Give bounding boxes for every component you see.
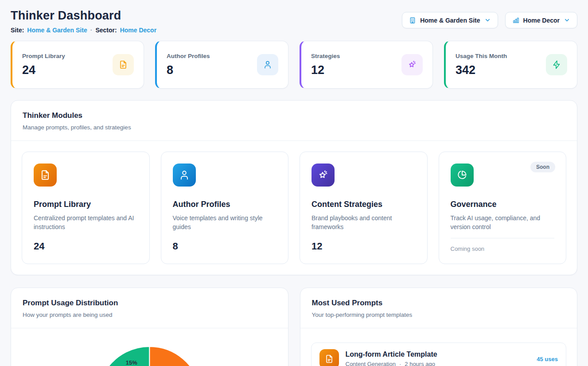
stat-value: 8: [167, 63, 210, 77]
stats-row: Prompt Library 24 Author Profiles 8 Stra…: [11, 41, 577, 89]
stat-card-strategies: Strategies 12: [300, 41, 433, 89]
prompt-title: Long-form Article Template: [346, 350, 530, 358]
svg-text:15%: 15%: [126, 359, 137, 366]
star-burst-icon: [312, 164, 335, 187]
sector-label: Sector:: [95, 27, 117, 34]
stat-text: Author Profiles 8: [167, 53, 210, 77]
stat-value: 342: [456, 63, 507, 77]
modules-title: Thinker Modules: [23, 111, 565, 120]
module-title: Governance: [451, 200, 555, 209]
module-title: Content Strategies: [312, 200, 416, 209]
pie-chart-icon: [451, 164, 474, 187]
stat-card-author-profiles: Author Profiles 8: [155, 41, 288, 89]
module-count: 8: [173, 241, 277, 252]
modules-panel: Thinker Modules Manage prompts, profiles…: [11, 100, 577, 275]
stat-label: Author Profiles: [167, 53, 210, 59]
module-footer: Coming soon: [451, 245, 555, 252]
file-text-icon: [113, 54, 134, 75]
modules-grid: Prompt Library Centralized prompt templa…: [11, 141, 577, 275]
meta-dot: ·: [90, 27, 93, 34]
prompts-header: Most Used Prompts Your top-performing pr…: [300, 288, 577, 328]
module-description: Centralized prompt templates and AI inst…: [34, 214, 138, 232]
donut-chart-area: 45%25%15%15%: [11, 328, 288, 366]
usage-subtitle: How your prompts are being used: [23, 311, 276, 318]
module-title: Prompt Library: [34, 200, 138, 209]
bar-chart-icon: [512, 17, 519, 24]
bottom-row: Prompt Usage Distribution How your promp…: [11, 288, 577, 366]
site-selector-button[interactable]: Home & Garden Site: [402, 12, 498, 28]
header-left: Thinker Dashboard Site: Home & Garden Si…: [11, 9, 156, 34]
prompts-title: Most Used Prompts: [312, 299, 566, 308]
sector-link[interactable]: Home Decor: [120, 27, 156, 34]
stat-card-prompt-library: Prompt Library 24: [11, 41, 144, 89]
stat-text: Usage This Month 342: [456, 53, 507, 77]
stat-text: Prompt Library 24: [22, 53, 65, 77]
modules-subtitle: Manage prompts, profiles, and strategies: [23, 124, 565, 131]
prompt-time: 2 hours ago: [405, 361, 435, 366]
usage-distribution-card: Prompt Usage Distribution How your promp…: [11, 288, 288, 366]
module-card-content-strategies[interactable]: Content Strategies Brand playbooks and c…: [300, 152, 428, 264]
stat-value: 12: [311, 63, 340, 77]
usage-title: Prompt Usage Distribution: [23, 299, 276, 308]
prompt-category: Content Generation: [346, 361, 396, 366]
soon-badge: Soon: [530, 162, 555, 172]
prompt-item-text: Long-form Article Template Content Gener…: [346, 350, 530, 366]
module-description: Track AI usage, compliance, and version …: [451, 214, 555, 232]
divider: [451, 238, 555, 238]
star-burst-icon: [401, 54, 423, 75]
chevron-down-icon: [564, 17, 570, 23]
modules-header: Thinker Modules Manage prompts, profiles…: [11, 101, 577, 140]
site-label: Site:: [11, 27, 24, 34]
prompt-list: Long-form Article Template Content Gener…: [300, 328, 577, 366]
module-card-prompt-library[interactable]: Prompt Library Centralized prompt templa…: [22, 152, 150, 264]
stat-value: 24: [22, 63, 65, 77]
stat-label: Prompt Library: [22, 53, 65, 59]
dashboard-page: Thinker Dashboard Site: Home & Garden Si…: [0, 0, 588, 366]
user-icon: [257, 54, 278, 75]
user-icon: [173, 164, 196, 187]
zap-icon: [546, 54, 567, 75]
module-card-author-profiles[interactable]: Author Profiles Voice templates and writ…: [161, 152, 289, 264]
module-description: Brand playbooks and content frameworks: [312, 214, 416, 232]
chevron-down-icon: [484, 17, 491, 23]
building-icon: [409, 17, 416, 24]
prompt-meta: Content Generation · 2 hours ago: [346, 361, 530, 366]
header-actions: Home & Garden Site Home Decor: [402, 12, 577, 28]
most-used-prompts-card: Most Used Prompts Your top-performing pr…: [300, 288, 578, 366]
usage-header: Prompt Usage Distribution How your promp…: [11, 288, 288, 328]
module-title: Author Profiles: [173, 200, 277, 209]
module-count: 24: [34, 241, 138, 252]
sector-selector-label: Home Decor: [523, 17, 560, 24]
stat-label: Usage This Month: [456, 53, 507, 59]
file-text-icon: [319, 349, 339, 366]
stat-card-usage: Usage This Month 342: [444, 41, 577, 89]
prompt-list-item[interactable]: Long-form Article Template Content Gener…: [311, 343, 567, 366]
prompt-meta-dot: ·: [399, 361, 401, 366]
file-text-icon: [34, 164, 57, 187]
site-selector-label: Home & Garden Site: [420, 17, 480, 24]
module-card-governance[interactable]: Soon Governance Track AI usage, complian…: [439, 152, 567, 264]
stat-text: Strategies 12: [311, 53, 340, 77]
page-title: Thinker Dashboard: [11, 9, 156, 23]
prompt-uses-badge: 45 uses: [537, 356, 558, 362]
prompts-subtitle: Your top-performing prompt templates: [312, 311, 566, 318]
usage-donut-chart: 45%25%15%15%: [11, 328, 288, 366]
stat-label: Strategies: [311, 53, 340, 59]
breadcrumb: Site: Home & Garden Site · Sector: Home …: [11, 27, 156, 34]
site-link[interactable]: Home & Garden Site: [27, 27, 87, 34]
module-description: Voice templates and writing style guides: [173, 214, 277, 232]
sector-selector-button[interactable]: Home Decor: [505, 12, 577, 28]
page-header: Thinker Dashboard Site: Home & Garden Si…: [11, 9, 577, 34]
module-count: 12: [312, 241, 416, 252]
